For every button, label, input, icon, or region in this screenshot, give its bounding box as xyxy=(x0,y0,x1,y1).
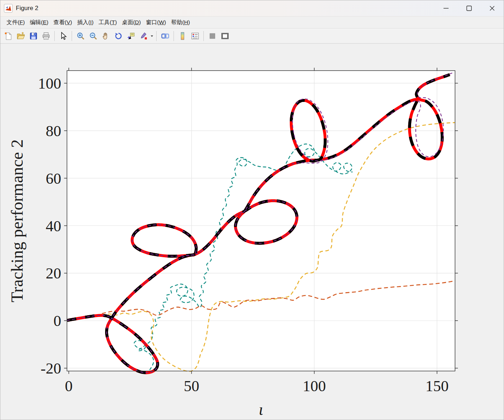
brush-data-button[interactable] xyxy=(138,30,149,42)
title-bar: Figure 2 xyxy=(0,0,504,17)
toolbar xyxy=(0,28,504,44)
pan-hand-icon xyxy=(102,32,110,40)
ytick-label-0: 0 xyxy=(54,312,62,329)
dropdown-caret-button[interactable] xyxy=(150,30,154,42)
toolbar-divider xyxy=(72,31,72,41)
menu-item-e[interactable]: 编辑(E) xyxy=(27,17,51,28)
insert-legend-button[interactable] xyxy=(189,30,201,42)
pan-hand-button[interactable] xyxy=(100,30,112,42)
close-icon xyxy=(489,5,496,12)
x-axis-label: ι xyxy=(259,400,264,419)
window-title: Figure 2 xyxy=(16,5,38,12)
show-plot-tools-button[interactable] xyxy=(219,30,231,42)
rotate-3d-button[interactable] xyxy=(112,30,124,42)
link-plot-button[interactable] xyxy=(159,30,171,42)
minimize-icon xyxy=(442,5,450,12)
ytick-label-100: 100 xyxy=(38,75,62,92)
toolbar-divider xyxy=(174,31,174,41)
edit-plot-arrow-button[interactable] xyxy=(57,30,69,42)
brush-data-icon xyxy=(139,32,148,40)
hide-plot-tools-button[interactable] xyxy=(206,30,218,42)
link-plot-icon xyxy=(161,32,170,40)
xtick-label-100: 100 xyxy=(303,377,326,394)
save-figure-button[interactable] xyxy=(27,30,39,42)
edit-plot-arrow-icon xyxy=(59,32,68,40)
menu-item-w[interactable]: 窗口(W) xyxy=(143,17,168,28)
minimize-button[interactable] xyxy=(435,0,458,16)
print-figure-icon xyxy=(42,32,50,40)
xtick-label-50: 50 xyxy=(184,377,199,394)
ytick-label-40: 40 xyxy=(46,218,61,234)
tracking-performance-plot: 050100150-20020406080100Tracking perform… xyxy=(0,44,504,420)
matlab-figure-icon xyxy=(4,4,13,13)
menu-item-h[interactable]: 帮助(H) xyxy=(168,17,193,28)
ytick-label-20: 20 xyxy=(46,265,61,282)
ytick-label-80: 80 xyxy=(46,122,61,139)
figure-canvas: 050100150-20020406080100Tracking perform… xyxy=(0,44,504,420)
new-figure-button[interactable] xyxy=(2,30,14,42)
ytick-label-60: 60 xyxy=(46,170,61,187)
open-file-button[interactable] xyxy=(15,30,27,42)
hide-plot-tools-icon xyxy=(208,32,217,40)
figure-window: Figure 2 文件(F)编辑(E)查看(V)插入(I)工具(T)桌面(D)窗… xyxy=(0,0,504,420)
maximize-button[interactable] xyxy=(458,0,481,16)
insert-legend-icon xyxy=(191,32,199,40)
zoom-in-icon xyxy=(76,32,85,40)
print-figure-button[interactable] xyxy=(40,30,52,42)
toolbar-divider xyxy=(203,31,204,41)
insert-colorbar-button[interactable] xyxy=(176,30,188,42)
menu-item-i[interactable]: 插入(I) xyxy=(75,17,96,28)
menu-item-d[interactable]: 桌面(D) xyxy=(120,17,144,28)
zoom-in-button[interactable] xyxy=(75,30,86,42)
insert-colorbar-icon xyxy=(178,32,187,40)
window-controls xyxy=(435,0,504,16)
dropdown-caret-icon xyxy=(150,34,154,38)
zoom-out-icon xyxy=(89,32,98,40)
new-figure-icon xyxy=(4,32,13,40)
toolbar-divider xyxy=(54,31,55,41)
xtick-label-150: 150 xyxy=(426,377,449,394)
menu-item-f[interactable]: 文件(F) xyxy=(4,17,27,28)
maximize-icon xyxy=(465,5,473,12)
data-cursor-button[interactable] xyxy=(125,30,137,42)
toolbar-divider xyxy=(156,31,157,41)
ytick-label--20: -20 xyxy=(41,360,61,377)
menu-item-v[interactable]: 查看(V) xyxy=(51,17,75,28)
rotate-3d-icon xyxy=(114,32,123,40)
data-cursor-icon xyxy=(127,32,135,40)
menu-item-t[interactable]: 工具(T) xyxy=(96,17,120,28)
close-button[interactable] xyxy=(481,0,504,16)
save-figure-icon xyxy=(29,32,38,40)
xtick-label-0: 0 xyxy=(65,377,73,394)
y-axis-label: Tracking performance 2 xyxy=(8,139,26,302)
menu-bar: 文件(F)编辑(E)查看(V)插入(I)工具(T)桌面(D)窗口(W)帮助(H) xyxy=(0,17,504,28)
zoom-out-button[interactable] xyxy=(87,30,99,42)
show-plot-tools-icon xyxy=(221,32,229,40)
open-file-icon xyxy=(17,32,25,40)
